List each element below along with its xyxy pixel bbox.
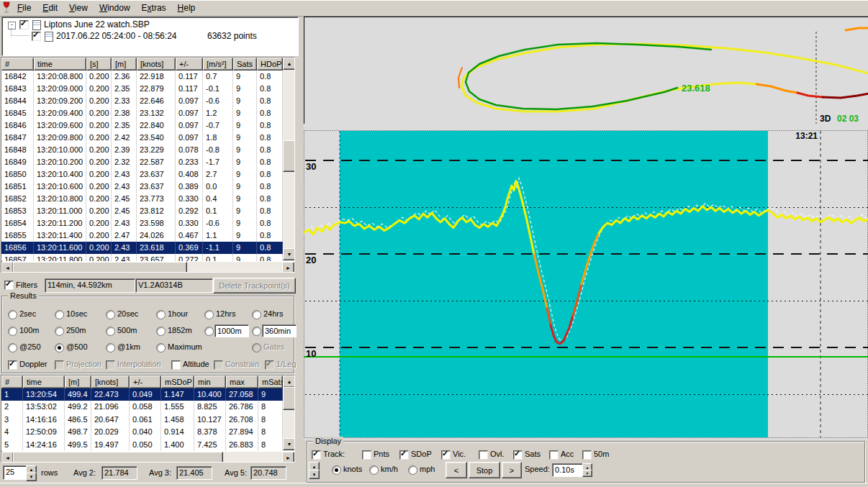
- table-row[interactable]: 314:16:16486.520.6470.0611.45810.12726.7…: [1, 414, 294, 426]
- step-back-button[interactable]: <: [446, 462, 467, 478]
- tree-expander-icon[interactable]: -: [8, 22, 16, 29]
- table-row[interactable]: 514:24:16499.519.4970.0501.4007.42526.88…: [1, 439, 294, 451]
- table-row[interactable]: 412:50:09498.720.0290.0400.9148.37827.89…: [1, 426, 294, 438]
- scroll-right-icon[interactable]: ►: [282, 262, 294, 273]
- check-pnts[interactable]: ✓: [362, 450, 371, 460]
- results-table-hscrollbar[interactable]: ◄ ►: [1, 452, 294, 462]
- scroll-down-icon[interactable]: ▼: [283, 438, 295, 450]
- radio-12hrs[interactable]: [204, 310, 214, 319]
- table-row[interactable]: 1685113:20:10.6000.2002.4323.6370.3890.0…: [1, 181, 294, 193]
- stepper-down-icon[interactable]: ▼: [582, 470, 592, 477]
- menu-extras[interactable]: Extras: [136, 1, 172, 14]
- table-row[interactable]: 1684513:20:09.4000.2002.3823.1320.0971.2…: [1, 107, 294, 119]
- speed-stepper[interactable]: ▲ ▼: [582, 463, 591, 475]
- speed-chart-panel[interactable]: 13:21302010: [304, 124, 868, 440]
- column-header-max[interactable]: max: [226, 376, 258, 388]
- scroll-left-icon[interactable]: ◄: [1, 262, 14, 273]
- menu-edit[interactable]: Edit: [37, 1, 63, 14]
- step-forward-button[interactable]: >: [502, 462, 522, 478]
- radio-250m[interactable]: [55, 327, 64, 336]
- radio-gates[interactable]: [252, 343, 261, 352]
- scroll-up-icon[interactable]: ▲: [283, 376, 295, 388]
- radio-km-h[interactable]: [369, 465, 379, 475]
- check-ovl-[interactable]: ✓: [479, 450, 488, 460]
- column-header-knots[interactable]: [knots]: [137, 58, 176, 70]
- tree-track-checkbox[interactable]: ✓: [32, 32, 41, 41]
- check-altitude[interactable]: ✓: [171, 360, 181, 370]
- table-row[interactable]: 1685213:20:10.8000.2002.4523.7730.3300.4…: [1, 193, 294, 205]
- column-header-msdop[interactable]: mSDoP: [161, 376, 194, 388]
- radio-24hrs[interactable]: [252, 310, 261, 319]
- radio-mph[interactable]: [408, 465, 417, 475]
- radio-@500[interactable]: [55, 343, 64, 352]
- scroll-right-icon[interactable]: ►: [282, 452, 294, 463]
- rows-stepper[interactable]: ▲ ▼: [26, 465, 35, 480]
- vscroll-thumb[interactable]: [283, 140, 295, 172]
- check-vic-[interactable]: ✓: [441, 450, 451, 460]
- check-projection[interactable]: ✓: [55, 360, 64, 370]
- playback-speed-field[interactable]: 0.10s: [552, 463, 585, 477]
- radio-maximum[interactable]: [156, 343, 166, 352]
- table-row[interactable]: 1684913:20:10.2000.2002.3222.5870.233-1.…: [1, 156, 294, 168]
- column-header-s[interactable]: [s]: [86, 58, 112, 70]
- table-row[interactable]: 1684413:20:09.2000.2002.3322.6460.097-0.…: [1, 95, 294, 107]
- column-header-[interactable]: #: [1, 58, 34, 70]
- check-50m[interactable]: ✓: [582, 450, 592, 460]
- column-header-time[interactable]: time: [34, 58, 86, 70]
- column-header-msats[interactable]: mSats: [258, 376, 283, 388]
- column-header-[interactable]: #: [1, 376, 23, 388]
- column-header-min[interactable]: min: [194, 376, 226, 388]
- scroll-up-icon[interactable]: ▲: [283, 58, 295, 70]
- column-header-sats[interactable]: Sats: [233, 58, 257, 70]
- results-table-vscrollbar[interactable]: ▲ ▼: [283, 376, 294, 450]
- radio-1000m[interactable]: [204, 327, 214, 336]
- check-sdop[interactable]: ✓: [399, 450, 409, 460]
- check-track-[interactable]: ✓: [312, 450, 321, 460]
- vscroll-thumb[interactable]: [283, 387, 295, 410]
- scroll-down-icon[interactable]: ▼: [283, 248, 295, 260]
- tree-track-label[interactable]: 2017.06.22 05:24:00 - 08:56:24: [56, 31, 176, 41]
- column-header-m[interactable]: [m]: [65, 376, 91, 388]
- tree-row-file[interactable]: - ✓ Liptons June 22 watch.SBP: [2, 17, 298, 29]
- column-header-time[interactable]: time: [23, 376, 65, 388]
- selection-region[interactable]: [340, 131, 768, 437]
- radio-knots[interactable]: [332, 465, 341, 475]
- table-row[interactable]: 1685313:20:11.0000.2002.4523.8120.2920.1…: [1, 205, 294, 217]
- chart-scale-stepper[interactable]: ▲ ▼: [309, 462, 318, 478]
- tree-file-checkbox[interactable]: ✓: [19, 20, 29, 29]
- column-header-hdop[interactable]: HDoP: [257, 58, 283, 70]
- radio-@1km[interactable]: [106, 343, 115, 352]
- check-sats[interactable]: ✓: [513, 450, 523, 460]
- stepper-down-icon[interactable]: ▼: [26, 473, 37, 481]
- filters-checkbox[interactable]: ✓: [4, 281, 14, 290]
- radio-1hour[interactable]: [156, 310, 166, 319]
- table-row[interactable]: 1684313:20:09.0000.2002.3522.8790.117-0.…: [1, 83, 294, 95]
- rows-count-field[interactable]: 25: [3, 465, 27, 480]
- hscroll-thumb[interactable]: [13, 262, 187, 273]
- custom-1000m-input[interactable]: 1000m: [214, 324, 249, 337]
- table-row[interactable]: 1684713:20:09.8000.2002.4223.5400.0971.8…: [1, 132, 294, 144]
- radio-360min[interactable]: [252, 327, 261, 336]
- radio-10sec[interactable]: [55, 310, 64, 319]
- stop-button[interactable]: Stop: [469, 462, 500, 478]
- radio-1852m[interactable]: [156, 327, 166, 336]
- table-row[interactable]: 113:20:54499.422.4730.0491.14710.40027.0…: [1, 388, 294, 401]
- radio-100m[interactable]: [8, 327, 17, 336]
- track-map-panel[interactable]: 23.6183D02 03: [304, 17, 868, 124]
- menu-view[interactable]: View: [63, 1, 94, 14]
- table-row[interactable]: 1684813:20:10.0000.2002.3923.2290.078-0.…: [1, 144, 294, 156]
- column-header-ms[interactable]: [m/s²]: [203, 58, 233, 70]
- custom-360min-input[interactable]: 360min: [262, 324, 297, 337]
- check-constrain[interactable]: ✓: [214, 360, 223, 370]
- column-header-[interactable]: +/-: [176, 58, 203, 70]
- radio-20sec[interactable]: [106, 310, 115, 319]
- table-row[interactable]: 1685413:20:11.2000.2002.4323.5980.330-0.…: [1, 217, 294, 229]
- table-row[interactable]: 1685013:20:10.4000.2002.4323.6370.4082.7…: [1, 168, 294, 181]
- radio-2sec[interactable]: [8, 310, 17, 319]
- tree-file-label[interactable]: Liptons June 22 watch.SBP: [44, 19, 150, 29]
- radio-500m[interactable]: [106, 327, 115, 336]
- tree-row-track[interactable]: ✓ 2017.06.22 05:24:00 - 08:56:24 63632 p…: [2, 29, 298, 42]
- stepper-down-icon[interactable]: ▼: [309, 470, 320, 479]
- trackpoint-table-vscrollbar[interactable]: ▲ ▼: [283, 58, 294, 260]
- scroll-left-icon[interactable]: ◄: [1, 452, 14, 463]
